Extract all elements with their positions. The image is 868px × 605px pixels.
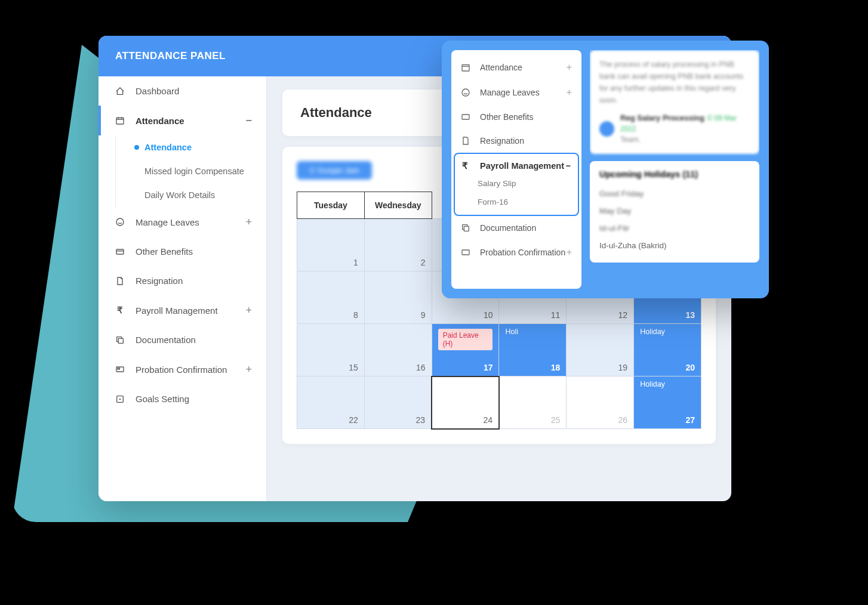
badge-icon xyxy=(113,365,127,374)
holiday-tag: Holiday xyxy=(640,328,665,336)
calendar-cell[interactable]: Holiday20 xyxy=(634,324,701,376)
day-number: 13 xyxy=(685,310,695,320)
nav-resignation[interactable]: Resignation xyxy=(99,266,266,295)
calendar-cell[interactable]: Holiday27 xyxy=(634,376,701,429)
day-number: 26 xyxy=(618,415,628,425)
avatar xyxy=(599,121,614,137)
popup-nav-probation[interactable]: Probation Confirmation + xyxy=(451,240,581,265)
nav-label: Documentation xyxy=(136,335,196,345)
calendar-cell[interactable]: Paid Leave (H)17 xyxy=(432,324,499,376)
popup-nav-label: Payroll Management xyxy=(480,161,564,171)
nav-label: Probation Confirmation xyxy=(136,365,227,375)
nav-goals[interactable]: Goals Setting xyxy=(99,384,266,413)
home-icon xyxy=(113,87,127,96)
svg-rect-2 xyxy=(116,249,124,254)
holiday-item: Good Friday xyxy=(599,185,750,202)
day-number: 15 xyxy=(349,363,358,372)
day-number: 19 xyxy=(618,363,628,372)
calendar-cell[interactable]: 15 xyxy=(297,324,365,376)
day-number: 25 xyxy=(551,415,561,425)
nav-dashboard[interactable]: Dashboard xyxy=(99,76,266,106)
popup-nav-label: Probation Confirmation xyxy=(480,248,565,257)
calendar-cell[interactable]: 9 xyxy=(364,271,432,324)
calendar-cell[interactable]: 19 xyxy=(567,324,634,376)
popup-nav-label: Documentation xyxy=(480,223,536,233)
notice-card: The process of salary processing in PNB … xyxy=(590,50,759,154)
popup-nav-payroll[interactable]: ₹ Payroll Management − xyxy=(455,158,578,174)
target-icon xyxy=(113,394,127,404)
nav-documentation[interactable]: Documentation xyxy=(99,325,266,354)
nav-label: Payroll Management xyxy=(136,305,218,316)
popup-nav-label: Resignation xyxy=(480,136,524,146)
day-number: 8 xyxy=(353,310,358,320)
svg-rect-7 xyxy=(462,64,469,71)
user-chip[interactable]: C Gunjan Jain xyxy=(297,161,372,180)
day-number: 11 xyxy=(551,310,561,320)
holidays-title: Upcoming Holidays (11) xyxy=(599,169,750,179)
paid-leave-chip: Paid Leave (H) xyxy=(438,329,493,350)
calendar-cell[interactable]: 8 xyxy=(297,271,365,324)
nav-label: Dashboard xyxy=(136,86,179,96)
subnav-attendance[interactable]: Attendance xyxy=(137,135,266,159)
popup-nav-leaves[interactable]: Manage Leaves + xyxy=(451,80,581,105)
nav-label: Resignation xyxy=(136,276,183,286)
notice-text: The process of salary processing in PNB … xyxy=(599,58,750,106)
cal-header: Wednesday xyxy=(364,192,432,219)
day-number: 9 xyxy=(421,310,426,320)
popup-sub-form16[interactable]: Form-16 xyxy=(455,193,578,211)
nav-probation[interactable]: Probation Confirmation + xyxy=(99,354,266,384)
day-number: 2 xyxy=(421,258,426,267)
nav-other-benefits[interactable]: Other Benefits xyxy=(99,237,266,266)
day-number: 17 xyxy=(484,363,493,372)
calendar-cell[interactable]: 22 xyxy=(297,376,365,429)
popup-nav-attendance[interactable]: Attendance + xyxy=(451,55,581,80)
popup-nav-label: Attendance xyxy=(480,63,522,72)
card-icon xyxy=(113,247,127,257)
subnav-missed-login[interactable]: Missed login Compensate xyxy=(137,159,266,183)
calendar-cell[interactable]: 23 xyxy=(364,376,432,429)
calendar-cell[interactable]: 25 xyxy=(499,376,567,429)
popup-nav-benefits[interactable]: Other Benefits xyxy=(451,105,581,129)
rupee-icon: ₹ xyxy=(113,305,127,316)
minus-icon: − xyxy=(566,161,571,171)
nav-manage-leaves[interactable]: Manage Leaves + xyxy=(99,207,266,237)
smile-icon xyxy=(113,217,127,227)
subnav-daily-work[interactable]: Daily Work Details xyxy=(137,183,266,207)
holiday-item: Id-ul-Fitr xyxy=(599,220,750,237)
svg-rect-9 xyxy=(462,115,469,119)
day-number: 16 xyxy=(416,363,426,372)
card-icon xyxy=(461,112,473,122)
plus-icon: + xyxy=(567,62,572,73)
plus-icon: + xyxy=(567,87,572,98)
nav-label: Manage Leaves xyxy=(136,217,199,227)
popup-nav-resignation[interactable]: Resignation xyxy=(451,129,581,153)
holiday-tag: Holi xyxy=(505,328,518,336)
svg-rect-10 xyxy=(464,226,469,231)
calendar-cell[interactable]: 16 xyxy=(364,324,432,376)
document-icon xyxy=(461,136,473,146)
calendar-cell[interactable]: 1 xyxy=(297,219,365,271)
nav-label: Attendance xyxy=(136,116,184,126)
popup-nav-payroll-active: ₹ Payroll Management − Salary Slip Form-… xyxy=(454,153,579,216)
calendar-cell[interactable]: Holi18 xyxy=(499,324,567,376)
calendar-cell[interactable]: 26 xyxy=(567,376,634,429)
nav-attendance[interactable]: Attendance − xyxy=(99,106,266,135)
attendance-subitems: Attendance Missed login Compensate Daily… xyxy=(115,135,266,207)
day-number: 23 xyxy=(416,415,426,425)
nav-payroll[interactable]: ₹ Payroll Management + xyxy=(99,295,266,325)
popup-nav-documentation[interactable]: Documentation xyxy=(451,216,581,240)
popup-sub-salary-slip[interactable]: Salary Slip xyxy=(455,174,578,193)
holiday-item: May Day xyxy=(599,202,750,220)
calendar-cell[interactable]: 2 xyxy=(364,219,432,271)
day-number: 20 xyxy=(685,363,695,372)
document-icon xyxy=(113,276,127,286)
popup-nav: Attendance + Manage Leaves + Other Benef… xyxy=(451,50,581,289)
day-number: 24 xyxy=(483,415,493,425)
calendar-cell[interactable]: 24 xyxy=(432,376,499,429)
svg-point-8 xyxy=(462,89,469,96)
plus-icon: + xyxy=(245,364,252,375)
sidebar: Dashboard Attendance − Attendance Missed… xyxy=(99,76,267,501)
badge-icon xyxy=(461,248,473,257)
calendar-icon xyxy=(461,63,473,72)
holiday-tag: Holiday xyxy=(640,380,665,388)
